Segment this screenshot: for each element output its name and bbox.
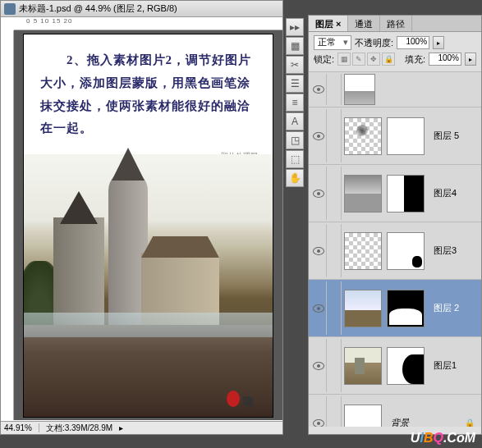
document-window: 未标题-1.psd @ 44.9% (图层 2, RGB/8) 2、拖入素材图片… [0,0,283,435]
layer-thumb[interactable] [344,232,382,270]
site-watermark: UiBQ.CoM [411,431,475,446]
tutorial-text: 2、拖入素材图片2，调节好图片大小，添加图层蒙版，用黑色画笔涂抹交接处，使两张素… [24,34,273,140]
opacity-arrow[interactable]: ▸ [433,36,444,49]
tool-shape[interactable]: ◳ [286,131,304,149]
layer-name[interactable]: 图层 5 [434,130,480,142]
visibility-icon[interactable] [313,190,324,198]
layer-name[interactable]: 图层 2 [434,302,480,314]
tool-rect[interactable]: ⬚ [286,150,304,168]
layer-thumb[interactable] [344,74,375,105]
layer-mask[interactable] [387,117,425,155]
tool-slice[interactable]: ☰ [286,75,304,93]
status-arrow[interactable]: ▸ [119,423,123,432]
artwork: 2、拖入素材图片2，调节好图片大小，添加图层蒙版，用黑色画笔涂抹交接处，使两张素… [23,34,273,418]
castle-image: 飛将軍 [24,154,273,417]
tab-layers[interactable]: 图层 × [309,16,348,31]
layer-mask[interactable] [387,175,425,213]
lock-all-icon[interactable]: 🔒 [382,53,395,66]
layer-thumb[interactable] [344,290,382,327]
layer-row-background[interactable]: 背景 🔒 [309,395,481,427]
blend-mode-select[interactable]: 正常 [314,35,351,50]
layer-row-top[interactable] [309,72,481,107]
layer-list[interactable]: 图层 5 图层4 图层3 图层 2 图层 [309,72,481,427]
panel-controls: 正常 不透明度: 100% ▸ 锁定: ▦ ✎ ✥ 🔒 填充: 100% ▸ [309,32,481,72]
tool-list[interactable]: ≡ [286,94,304,112]
vertical-toolbar: ▸▸ ▦ ✂ ☰ ≡ A ◳ ⬚ ✋ [286,18,304,187]
lock-buttons: ▦ ✎ ✥ 🔒 [337,53,395,66]
horizontal-ruler[interactable] [14,17,282,30]
layer-mask[interactable] [387,290,425,327]
vertical-ruler[interactable] [1,30,14,420]
tab-channels[interactable]: 通道 [348,16,380,31]
visibility-icon[interactable] [313,362,324,370]
tool-text[interactable]: A [286,112,304,130]
layer-thumb[interactable] [344,347,382,385]
layer-thumb[interactable] [344,117,382,155]
lock-transparency-icon[interactable]: ▦ [337,53,351,66]
layer-row[interactable]: 图层1 [309,337,481,395]
layer-mask[interactable] [387,232,425,270]
zoom-level[interactable]: 44.91% [4,423,39,432]
visibility-icon[interactable] [313,304,324,313]
layers-panel: 图层 × 通道 路径 正常 不透明度: 100% ▸ 锁定: ▦ ✎ ✥ 🔒 填… [308,15,482,435]
layer-row[interactable]: 图层 5 [309,107,481,165]
canvas-area[interactable]: 2、拖入素材图片2，调节好图片大小，添加图层蒙版，用黑色画笔涂抹交接处，使两张素… [14,30,282,420]
fill-input[interactable]: 100% [429,53,461,66]
document-info[interactable]: 文档:3.39M/28.9M [46,423,112,434]
layer-name[interactable]: 图层3 [434,245,480,257]
lock-pixels-icon[interactable]: ✎ [352,53,365,66]
panel-tabs: 图层 × 通道 路径 [309,16,481,32]
visibility-icon[interactable] [313,419,324,427]
tool-crop[interactable]: ✂ [286,56,304,74]
fill-label: 填充: [405,53,425,66]
tool-grid[interactable]: ▦ [286,37,304,55]
lock-position-icon[interactable]: ✥ [367,53,380,66]
layer-row[interactable]: 图层4 [309,165,481,222]
layer-name[interactable]: 图层4 [434,187,480,199]
lock-icon: 🔒 [465,418,475,427]
window-title: 未标题-1.psd @ 44.9% (图层 2, RGB/8) [19,2,177,15]
artist-seal: 飛将軍 [227,387,255,407]
layer-thumb[interactable] [344,405,382,427]
tab-paths[interactable]: 路径 [380,16,412,31]
visibility-icon[interactable] [313,132,324,140]
title-bar[interactable]: 未标题-1.psd @ 44.9% (图层 2, RGB/8) [1,1,282,17]
status-bar: 44.91% 文档:3.39M/28.9M ▸ [1,421,282,434]
layer-mask[interactable] [387,347,425,385]
opacity-input[interactable]: 100% [397,36,429,49]
visibility-icon[interactable] [313,85,324,94]
layer-row[interactable]: 图层3 [309,222,481,280]
tool-hand[interactable]: ✋ [286,169,304,187]
layer-thumb[interactable] [344,175,382,213]
layer-name[interactable]: 图层1 [434,359,480,372]
lock-label: 锁定: [314,53,334,66]
opacity-label: 不透明度: [355,37,393,49]
tool-eyedropper[interactable]: ▸▸ [286,18,304,36]
fill-arrow[interactable]: ▸ [465,53,476,66]
layer-name[interactable]: 背景 [391,417,465,427]
document-icon [4,3,16,15]
visibility-icon[interactable] [313,247,324,255]
layer-row-selected[interactable]: 图层 2 [309,280,481,337]
